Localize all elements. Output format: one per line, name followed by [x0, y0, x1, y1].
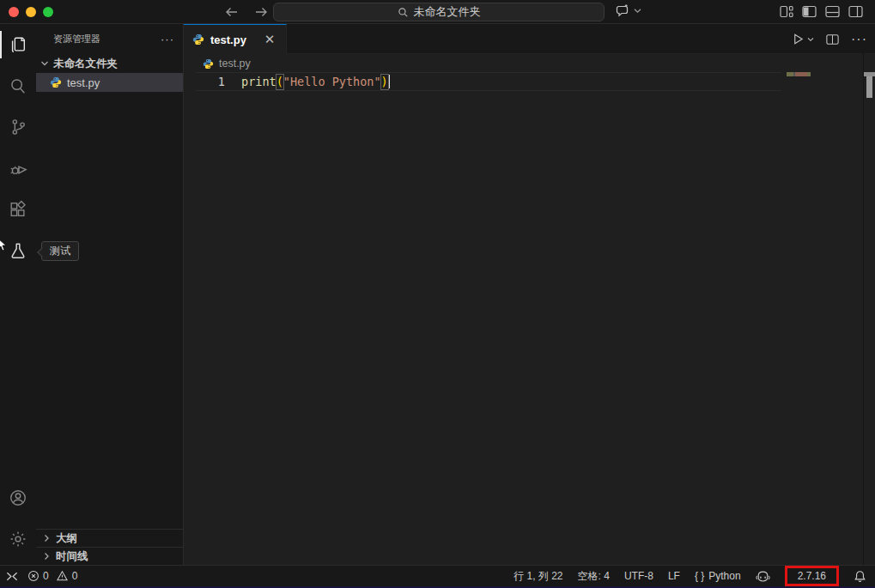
activity-source-control-button[interactable] — [0, 106, 36, 148]
toggle-secondary-sidebar-icon[interactable] — [848, 4, 863, 19]
split-editor-button[interactable] — [826, 33, 839, 45]
file-item-testpy[interactable]: test.py — [36, 73, 183, 92]
encoding-button[interactable]: UTF-8 — [624, 570, 653, 582]
activity-bar-bottom — [0, 477, 36, 560]
brackets-icon: { } — [695, 570, 704, 582]
line-number: 1 — [184, 73, 225, 90]
layout-controls — [779, 4, 863, 19]
customize-layout-icon[interactable] — [779, 4, 793, 19]
toggle-panel-icon[interactable] — [825, 4, 840, 19]
extensions-icon — [9, 200, 27, 219]
search-icon — [398, 7, 409, 18]
activity-extensions-button[interactable] — [0, 189, 36, 230]
maximize-window-button[interactable] — [43, 7, 53, 17]
explorer-sidebar: 资源管理器 ··· 未命名文件夹 test.py 大纲 — [36, 24, 183, 565]
breadcrumb[interactable]: test.py — [184, 54, 251, 73]
copilot-status-icon[interactable] — [756, 570, 770, 583]
indentation-button[interactable]: 空格: 4 — [578, 569, 610, 584]
activity-search-button[interactable] — [0, 65, 36, 106]
toggle-primary-sidebar-icon[interactable] — [802, 4, 817, 19]
chevron-down-icon — [39, 58, 50, 69]
annotation-highlight-box: 2.7.16 — [785, 566, 839, 586]
scrollbar-overview-ruler[interactable] — [863, 53, 875, 565]
settings-button[interactable] — [0, 518, 36, 560]
warning-icon — [56, 570, 69, 582]
copilot-chat-button[interactable] — [615, 3, 641, 18]
notifications-bell-icon[interactable] — [854, 570, 866, 583]
breadcrumb-item: test.py — [219, 58, 251, 70]
files-icon — [9, 35, 27, 54]
testing-tooltip: 测试 — [41, 241, 79, 261]
timeline-label: 时间线 — [56, 549, 88, 564]
python-file-icon — [50, 76, 62, 88]
tab-label: test.py — [210, 33, 246, 46]
timeline-section-header[interactable]: 时间线 — [36, 547, 183, 565]
debug-icon — [9, 159, 28, 179]
mouse-cursor — [0, 238, 8, 252]
window-controls — [9, 7, 53, 17]
chevron-down-icon — [634, 8, 641, 14]
chevron-right-icon — [41, 533, 52, 543]
python-interpreter-button[interactable]: 2.7.16 — [798, 570, 826, 582]
beaker-icon — [9, 241, 27, 260]
tab-testpy[interactable]: test.py ✕ — [184, 24, 287, 54]
run-python-file-button[interactable] — [792, 33, 814, 45]
more-actions-icon[interactable]: ··· — [161, 33, 174, 45]
more-actions-icon[interactable]: ··· — [851, 32, 867, 47]
account-icon — [9, 488, 27, 507]
token-string: "Hello Python" — [283, 75, 381, 88]
warning-count: 0 — [72, 570, 78, 582]
navigate-back-button[interactable] — [223, 3, 240, 21]
token-close-paren: ) — [380, 74, 389, 90]
editor-group: test.py ✕ ··· test.py — [183, 24, 875, 565]
editor-actions: ··· — [792, 24, 867, 54]
tab-bar: test.py ✕ ··· — [184, 24, 875, 54]
chat-bubble-icon — [615, 3, 630, 18]
tooltip-text: 测试 — [50, 244, 70, 258]
close-window-button[interactable] — [9, 7, 19, 17]
command-center-title: 未命名文件夹 — [414, 4, 481, 20]
title-bar: 未命名文件夹 — [0, 0, 875, 24]
minimize-window-button[interactable] — [26, 7, 36, 17]
code-area[interactable]: 1 print("Hello Python") — [184, 73, 875, 94]
gear-icon — [9, 530, 27, 549]
folder-name: 未命名文件夹 — [53, 57, 118, 71]
activity-run-debug-button[interactable] — [0, 148, 36, 189]
folder-section-header[interactable]: 未命名文件夹 — [36, 54, 183, 73]
python-file-icon — [203, 58, 214, 70]
command-center[interactable]: 未命名文件夹 — [273, 3, 605, 21]
eol-button[interactable]: LF — [668, 570, 680, 582]
accounts-button[interactable] — [0, 477, 36, 518]
vscode-window: 未命名文件夹 — [0, 0, 875, 588]
activity-explorer-button[interactable] — [0, 24, 36, 65]
activity-bar — [0, 24, 36, 565]
outline-label: 大纲 — [56, 531, 77, 546]
scrollbar-thumb[interactable] — [866, 76, 872, 98]
remote-indicator-button[interactable] — [5, 570, 19, 583]
sidebar-title: 资源管理器 — [53, 33, 100, 45]
close-tab-icon[interactable]: ✕ — [262, 32, 277, 47]
error-icon — [27, 570, 39, 582]
python-file-icon — [192, 33, 204, 45]
minimap[interactable] — [787, 72, 814, 76]
token-print: print — [241, 75, 276, 88]
problems-button[interactable]: 0 0 — [27, 570, 77, 582]
chevron-down-icon — [807, 37, 814, 42]
cursor-position-button[interactable]: 行 1, 列 22 — [513, 569, 562, 584]
source-control-icon — [9, 118, 27, 136]
outline-section-header[interactable]: 大纲 — [36, 529, 183, 547]
error-count: 0 — [43, 570, 49, 582]
status-bar: 0 0 行 1, 列 22 空格: 4 UTF-8 LF { } Python — [0, 565, 875, 586]
file-name: test.py — [67, 76, 100, 89]
search-icon — [9, 76, 27, 95]
language-mode-button[interactable]: { } Python — [695, 570, 741, 582]
text-cursor — [389, 75, 391, 88]
chevron-right-icon — [41, 551, 52, 561]
code-line: print("Hello Python") — [241, 73, 390, 90]
navigate-forward-button[interactable] — [252, 3, 270, 21]
